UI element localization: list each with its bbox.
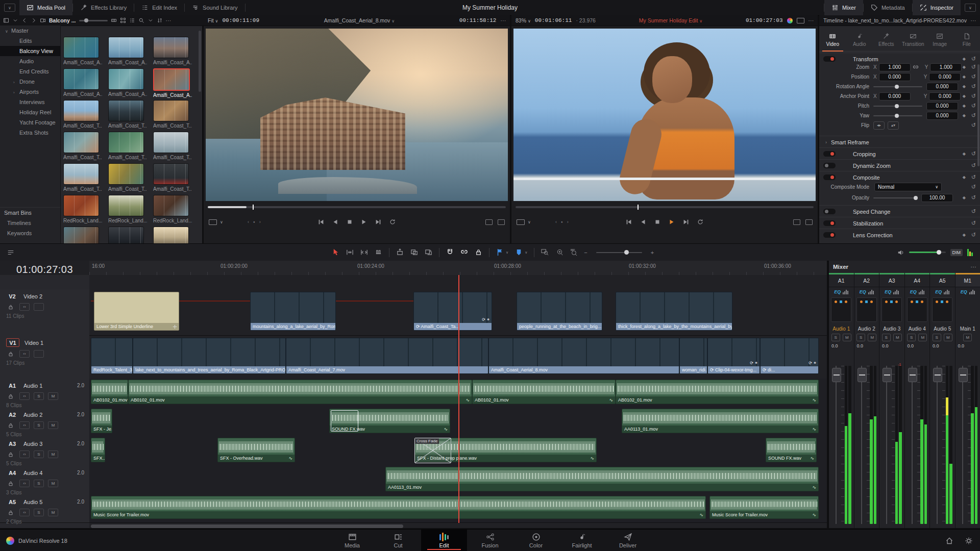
chevron-right-icon[interactable]: ›	[825, 140, 827, 145]
media-clip[interactable]: Amalfi_Coast_A...	[108, 37, 149, 65]
inspector-tab-transition[interactable]: Transition	[900, 29, 927, 51]
eq-label[interactable]: EQ	[910, 289, 917, 294]
timeline-viewer-options-icon[interactable]: ⋯	[808, 17, 814, 23]
mixer-strip-a5[interactable]: A5EQAudio 5SM0.0	[930, 273, 955, 528]
clip-marker-nav[interactable]: ‹●›	[248, 219, 261, 224]
timeline-clip-audio[interactable]: SFX - Overhead.wav∿	[217, 438, 295, 462]
timeline-clip-audio[interactable]: Music Score for Trailer.mov∿	[91, 496, 706, 519]
chevron-down-icon[interactable]: ∨	[525, 251, 527, 255]
composite-mode-dropdown[interactable]: Normal∨	[874, 183, 942, 191]
section-toggle[interactable]	[823, 56, 836, 62]
play-reverse-icon[interactable]	[332, 218, 339, 226]
slate-icon[interactable]	[40, 17, 46, 23]
eq-label[interactable]: EQ	[860, 289, 866, 294]
bin-item-end-credits[interactable]: End Credits	[0, 66, 60, 77]
reset-icon[interactable]: ↺	[971, 83, 976, 90]
page-tab-media[interactable]: Media	[329, 530, 375, 551]
media-clip[interactable]: Amalfi_Coast_A...	[63, 68, 104, 97]
media-clip[interactable]: Amalfi_Coast_T...	[108, 163, 149, 192]
value-field[interactable]: 0.000	[929, 92, 961, 101]
bin-item-yacht-footage[interactable]: Yacht Footage	[0, 117, 60, 128]
mixer-strip-a1[interactable]: A1EQAudio 1SM0.0	[829, 273, 854, 528]
jump-start-icon[interactable]	[625, 218, 632, 226]
top-button-mixer[interactable]: Mixer	[824, 0, 863, 15]
cut-page-icon[interactable]	[394, 533, 403, 541]
channel-fader[interactable]	[930, 363, 955, 524]
auto-select-icon[interactable]: ‹›	[19, 421, 30, 429]
mute-button[interactable]: M	[868, 334, 876, 341]
lock-icon[interactable]	[6, 393, 15, 399]
gear-icon[interactable]	[965, 537, 973, 545]
section-toggle[interactable]	[823, 151, 836, 157]
inspector-tab-audio[interactable]: Audio	[846, 29, 873, 51]
effects-icon[interactable]	[80, 4, 87, 11]
link-icon[interactable]	[460, 248, 468, 256]
auto-select-icon[interactable]: ‹›	[19, 509, 30, 516]
timeline-clip-audio[interactable]: SFX...∿	[91, 438, 105, 462]
effects-tab-icon[interactable]	[883, 33, 890, 40]
auto-select-icon[interactable]: ‹›	[19, 480, 30, 487]
timeline-clip-audio[interactable]: AB0102_01.mov∿	[91, 380, 128, 404]
meters-icon[interactable]	[967, 249, 973, 256]
section-toggle[interactable]	[823, 232, 836, 238]
solo-button[interactable]: S	[34, 421, 44, 429]
eq-curve-thumbnail[interactable]	[907, 297, 927, 322]
timeline-zoom-dropdown[interactable]: 83% ∨	[516, 17, 531, 23]
flag-icon[interactable]	[496, 248, 504, 256]
transition-tab-icon[interactable]	[910, 33, 917, 40]
timeline-clip-audio[interactable]: SFX - Je...∿	[91, 409, 112, 433]
media-page-icon[interactable]	[348, 533, 357, 541]
row-slider[interactable]	[873, 106, 922, 107]
eq-curve-thumbnail[interactable]	[881, 297, 902, 322]
solo-button[interactable]: S	[907, 334, 916, 341]
lock-icon[interactable]	[6, 451, 15, 458]
page-tab-fairlight[interactable]: Fairlight	[559, 530, 605, 551]
timeline-name-dropdown[interactable]: My Summer Holiday Edit ∨	[639, 17, 702, 23]
strip-tab[interactable]: A3	[879, 273, 904, 287]
track-header-a1[interactable]: A1Audio 12.0‹›SM8 Clips	[0, 379, 89, 408]
keyframe-icon[interactable]: ◆	[963, 152, 966, 156]
strip-tab[interactable]: M1	[955, 273, 980, 287]
viewer-extra-icons[interactable]	[793, 219, 813, 225]
monitor-volume-slider[interactable]	[909, 252, 946, 253]
replace-clip-icon[interactable]	[425, 248, 432, 256]
lock-icon[interactable]	[6, 509, 15, 516]
panel-collapse-right-icon[interactable]: ∨	[965, 4, 976, 12]
reset-icon[interactable]: ↺	[971, 64, 976, 70]
audio-tab-icon[interactable]	[856, 33, 863, 40]
solo-button[interactable]: S	[34, 509, 44, 516]
inspector-tab-video[interactable]: Video	[819, 29, 846, 51]
media-clip[interactable]: Amalfi_Coast_A...	[108, 68, 149, 97]
lock-icon[interactable]	[6, 350, 15, 357]
page-tab-color[interactable]: Color	[513, 530, 559, 551]
reset-icon[interactable]: ↺	[971, 151, 976, 157]
video-tab-icon[interactable]	[829, 33, 836, 40]
mute-button[interactable]: M	[843, 334, 851, 341]
inspector-section-dynamic-zoom[interactable]: Dynamic Zoom↺	[819, 159, 980, 171]
top-button-media-pool[interactable]: Media Pool	[19, 0, 72, 15]
search-icon[interactable]	[138, 17, 144, 23]
top-button-inspector[interactable]: Inspector	[913, 0, 961, 15]
reset-icon[interactable]: ↺	[971, 232, 976, 238]
reset-icon[interactable]: ↺	[971, 162, 976, 169]
mixer-strip-m1[interactable]: M1EQMain 1M0.0	[955, 273, 980, 528]
auto-select-icon[interactable]: ‹›	[19, 303, 30, 311]
keyframe-icon[interactable]: ◆	[963, 84, 966, 89]
trim-edit-icon[interactable]	[346, 248, 354, 256]
inspector-section-composite[interactable]: Composite◆↺	[819, 171, 980, 183]
solo-button[interactable]: S	[34, 450, 44, 458]
reset-icon[interactable]: ↺	[971, 73, 976, 80]
inspector-section-cropping[interactable]: Cropping◆↺	[819, 147, 980, 160]
section-toggle[interactable]	[823, 209, 836, 214]
strip-tab[interactable]: A2	[854, 273, 879, 287]
mixer-icon[interactable]	[831, 4, 839, 11]
solo-button[interactable]: S	[882, 334, 891, 341]
lock-icon[interactable]	[6, 422, 15, 429]
timeline-clip-audio[interactable]: AB0102_01.mov∿	[616, 380, 819, 404]
channel-fader[interactable]: -1	[879, 363, 904, 524]
media-clip[interactable]: Amalfi_Coast_A...	[153, 68, 194, 98]
chevron-down-icon[interactable]	[148, 17, 154, 23]
lock-icon[interactable]	[6, 304, 15, 310]
list-icon[interactable]	[141, 4, 149, 11]
bin-item-drone[interactable]: ›Drone	[0, 77, 60, 87]
